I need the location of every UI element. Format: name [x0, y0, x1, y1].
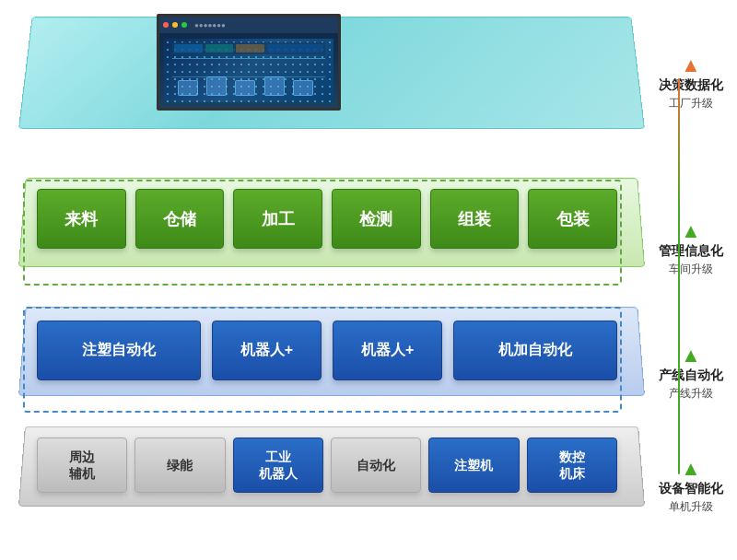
- monitor: ●●●●●●●: [157, 14, 341, 111]
- label-decision-main: 决策数据化: [659, 77, 723, 94]
- equip-box-2: 工业机器人: [233, 438, 323, 493]
- connector-line-right: [678, 78, 680, 474]
- equip-box-0: 周边辅机: [37, 438, 127, 493]
- label-equipment-main: 设备智能化: [659, 481, 723, 497]
- db-2: [205, 44, 234, 53]
- dashboard-bar: [172, 42, 325, 55]
- equip-box-4: 注塑机: [428, 438, 519, 493]
- blue-boxes-container: 注塑自动化 机器人+ 机器人+ 机加自动化: [37, 321, 617, 380]
- label-equipment-sub: 单机升级: [669, 499, 713, 515]
- green-box-5: 包装: [528, 189, 617, 249]
- blue-box-0: 注塑自动化: [37, 321, 201, 380]
- monitor-title-bar: ●●●●●●●: [194, 21, 226, 29]
- factory-machine-2: [206, 76, 227, 96]
- monitor-dot-green: [181, 22, 187, 28]
- factory-line-2: [172, 76, 325, 77]
- green-box-3: 检测: [332, 189, 421, 249]
- db-4: [267, 44, 323, 53]
- arrow-management: ▲: [681, 221, 701, 241]
- monitor-dot-yellow: [172, 22, 178, 28]
- green-box-1: 仓储: [135, 189, 225, 249]
- label-production-main: 产线自动化: [659, 368, 723, 384]
- blue-box-2: 机器人+: [333, 321, 442, 380]
- db-3: [236, 44, 264, 53]
- monitor-content: [159, 33, 338, 108]
- equip-boxes-container: 周边辅机 绿能 工业机器人 自动化 注塑机 数控机床: [37, 438, 617, 493]
- factory-line-1: [172, 58, 325, 59]
- label-production-sub: 产线升级: [669, 386, 713, 402]
- monitor-header: ●●●●●●●: [159, 17, 338, 33]
- factory-machine-1: [178, 80, 198, 96]
- label-management-sub: 车间升级: [669, 262, 713, 277]
- main-container: ●●●●●●●: [0, 0, 737, 560]
- factory-machine-5: [293, 80, 313, 96]
- equip-box-3: 自动化: [331, 438, 421, 493]
- label-management-main: 管理信息化: [659, 243, 723, 260]
- green-box-2: 加工: [233, 189, 322, 249]
- label-decision: ▲ 决策数据化 工厂升级: [659, 55, 723, 111]
- monitor-factory: [164, 39, 333, 102]
- green-box-0: 来料: [37, 189, 126, 249]
- green-boxes-container: 来料 仓储 加工 检测 组装 包装: [37, 189, 617, 249]
- arrow-decision: ▲: [681, 55, 701, 76]
- monitor-screen: ●●●●●●●: [159, 17, 338, 108]
- blue-box-1: 机器人+: [212, 321, 322, 380]
- green-box-4: 组装: [430, 189, 520, 249]
- label-decision-sub: 工厂升级: [669, 96, 713, 111]
- monitor-dot-red: [163, 22, 169, 28]
- label-production: ▲ 产线自动化 产线升级: [659, 345, 723, 402]
- equip-box-5: 数控机床: [527, 438, 617, 493]
- label-equipment: ▲ 设备智能化 单机升级: [659, 459, 723, 515]
- db-1: [174, 44, 203, 53]
- factory-machine-3: [235, 80, 255, 96]
- arrow-equipment: ▲: [681, 459, 701, 479]
- factory-machine-4: [264, 76, 285, 96]
- blue-box-3: 机加自动化: [453, 321, 617, 380]
- arrow-production: ▲: [681, 345, 701, 366]
- label-management: ▲ 管理信息化 车间升级: [659, 221, 723, 277]
- equip-box-1: 绿能: [135, 438, 225, 493]
